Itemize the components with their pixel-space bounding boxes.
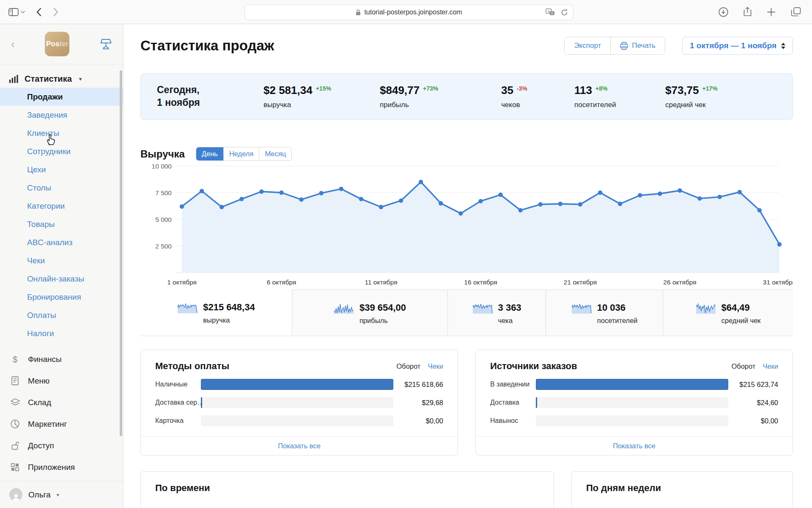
svg-text:21 октября: 21 октября [564, 279, 597, 286]
svg-text:1 октября: 1 октября [167, 279, 197, 286]
print-button[interactable]: Печать [610, 37, 665, 54]
share-icon[interactable] [743, 7, 752, 17]
turnover-toggle[interactable]: Оборот [731, 362, 755, 370]
sidebar-section-menu[interactable]: Меню [0, 370, 123, 392]
bar-chart-icon [9, 75, 18, 83]
apps-grid-icon [9, 463, 21, 471]
metric-tab-visitors[interactable]: 10 036посетителей [546, 290, 663, 336]
today-stat-avg-receipt: $73,75+17% средний чек [665, 84, 718, 109]
url-text: tutorial-posterpos.joinposter.com [364, 8, 462, 16]
sidebar-collapse-icon[interactable]: ‹ [11, 39, 15, 50]
sidebar-section-statistics[interactable]: Статистика ▾ [0, 70, 123, 88]
sidebar-item-workshops[interactable]: Цехи [0, 160, 123, 179]
updown-arrows-icon [781, 43, 785, 49]
today-stat-profit: $849,77+73% прибыль [380, 84, 501, 109]
address-bar[interactable]: tutorial-posterpos.joinposter.com A文 [244, 4, 573, 20]
downloads-icon[interactable] [719, 7, 728, 17]
sidebar-item-products[interactable]: Товары [0, 215, 123, 233]
today-stat-receipts: 35-3% чеков [501, 84, 574, 109]
sidebar-item-online-orders[interactable]: Онлайн-заказы [0, 270, 123, 288]
svg-text:5 000: 5 000 [155, 216, 172, 223]
sidebar-section-finance[interactable]: $ Финансы [0, 348, 123, 370]
metric-tabs: $215 648,34выручка $39 654,00прибыль 3 3… [140, 290, 793, 336]
export-button[interactable]: Экспорт [565, 37, 610, 54]
bar-cash [201, 379, 393, 390]
payment-row-card: Карточка $0,00 [155, 415, 443, 426]
sidebar-scrollbar[interactable] [120, 70, 122, 436]
source-row-takeaway: Навынос $0,00 [490, 415, 778, 426]
date-range-picker[interactable]: 1 октября — 1 ноября [682, 37, 793, 55]
layers-icon [9, 398, 21, 407]
period-month-button[interactable]: Месяц [259, 147, 291, 160]
svg-text:31 октября: 31 октября [763, 279, 793, 286]
poster-logo[interactable]: Poster [45, 32, 69, 56]
svg-text:文: 文 [550, 11, 554, 15]
browser-toolbar: tutorial-posterpos.joinposter.com A文 [0, 0, 812, 24]
avatar [9, 488, 22, 501]
reload-icon[interactable] [561, 8, 568, 16]
sidebar-section-marketing[interactable]: Маркетинг [0, 413, 123, 435]
order-sources-card: Источники заказов ОборотЧеки В заведении… [475, 350, 793, 456]
revenue-line-chart: 2 5005 0007 50010 0001 октября6 октября1… [140, 163, 793, 290]
back-button[interactable] [36, 8, 41, 17]
sparkline-visitors [571, 301, 592, 314]
sidebar-item-locations[interactable]: Заведения [0, 106, 123, 124]
show-all-link[interactable]: Показать все [141, 436, 458, 455]
sidebar-item-sales[interactable]: Продажи [0, 88, 123, 106]
forward-button[interactable] [53, 8, 59, 17]
payment-methods-title: Методы оплаты [155, 361, 229, 372]
sidebar-item-employees[interactable]: Сотрудники [0, 142, 123, 160]
metric-tab-revenue[interactable]: $215 648,34выручка [140, 290, 292, 336]
sidebar-item-taxes[interactable]: Налоги [0, 324, 123, 342]
sidebar-item-tables[interactable]: Столы [0, 179, 123, 197]
bar-delivery [201, 397, 393, 408]
turnover-toggle[interactable]: Оборот [396, 362, 420, 370]
show-all-link[interactable]: Показать все [476, 436, 793, 455]
new-tab-icon[interactable] [767, 8, 776, 17]
receipts-toggle[interactable]: Чеки [763, 362, 778, 370]
sidebar-section-access[interactable]: Доступ [0, 435, 123, 456]
by-weekday-title: По дням недели [586, 483, 778, 494]
metric-tab-avg-receipt[interactable]: $64,49средний чек [663, 290, 793, 336]
payment-methods-card: Методы оплаты ОборотЧеки Наличные $215 6… [140, 350, 458, 456]
metric-tab-profit[interactable]: $39 654,00прибыль [292, 290, 447, 336]
page-title: Статистика продаж [140, 38, 274, 54]
period-week-button[interactable]: Неделя [223, 147, 259, 160]
order-sources-title: Источники заказов [490, 361, 577, 372]
main-content: Статистика продаж Экспорт Печать 1 октяб… [123, 24, 812, 508]
document-icon [9, 376, 21, 385]
pos-terminal-icon[interactable] [100, 39, 112, 50]
chevron-down-icon: ▾ [79, 76, 82, 82]
tab-overview-icon[interactable] [791, 7, 801, 17]
by-time-card: По времени 20 000 [140, 471, 554, 508]
user-menu[interactable]: Ольга ▾ [0, 481, 123, 508]
chevron-down-icon: ▾ [57, 492, 59, 498]
payment-row-cash: Наличные $215 618,66 [155, 379, 443, 390]
svg-text:11 октября: 11 октября [365, 279, 397, 286]
svg-text:7 500: 7 500 [155, 189, 172, 196]
metric-tab-receipts[interactable]: 3 363чека [447, 290, 546, 336]
sparkline-profit [334, 301, 354, 314]
period-toggle: День Неделя Месяц [196, 147, 292, 161]
sparkline-receipts [472, 301, 493, 314]
period-day-button[interactable]: День [196, 147, 223, 160]
revenue-chart-title: Выручка [140, 148, 185, 160]
sidebar: ‹ Poster Статистика ▾ Продажи Заведения … [0, 24, 123, 508]
sidebar-section-apps[interactable]: Приложения [0, 456, 123, 478]
sidebar-toggle-icon[interactable] [8, 8, 25, 16]
sidebar-item-clients[interactable]: Клиенты [0, 124, 123, 142]
svg-text:6 октября: 6 октября [267, 279, 296, 286]
sidebar-item-receipts[interactable]: Чеки [0, 251, 123, 270]
sidebar-item-abc-analysis[interactable]: ABC-анализ [0, 233, 123, 251]
pie-chart-icon [9, 420, 21, 428]
sidebar-item-categories[interactable]: Категории [0, 197, 123, 215]
dollar-icon: $ [9, 354, 21, 364]
chevron-down-icon [21, 11, 25, 14]
today-summary-bar: Сегодня, 1 ноября $2 581,34+15% выручка … [140, 73, 793, 120]
translate-icon[interactable]: A文 [546, 8, 555, 16]
sidebar-section-stock[interactable]: Склад [0, 392, 123, 413]
sidebar-item-bookings[interactable]: Бронирования [0, 288, 123, 306]
sidebar-item-payments[interactable]: Оплаты [0, 306, 123, 324]
bar-takeaway [536, 415, 728, 426]
receipts-toggle[interactable]: Чеки [428, 362, 443, 370]
